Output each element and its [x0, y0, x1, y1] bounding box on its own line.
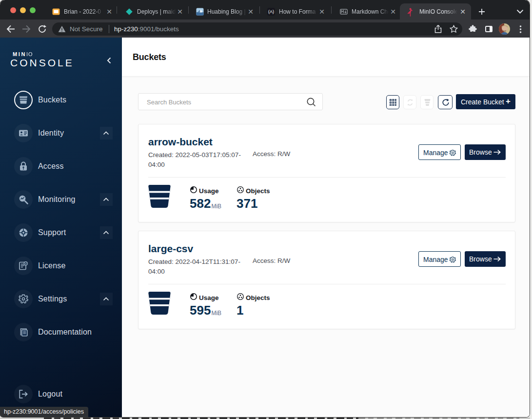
svg-text:(A): (A) — [268, 9, 274, 14]
